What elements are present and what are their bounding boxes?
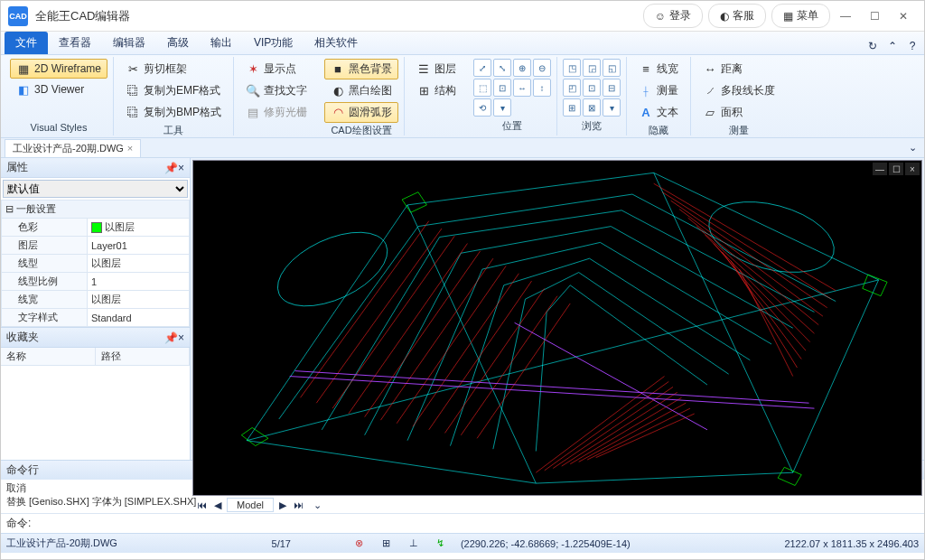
btn-copy-bmp[interactable]: ⿻复制为BMP格式 xyxy=(119,102,228,123)
btn-text[interactable]: A文本 xyxy=(632,102,685,123)
btn-layers[interactable]: ☰图层 xyxy=(410,59,462,79)
btn-bw-draw[interactable]: ◐黑白绘图 xyxy=(324,80,398,101)
login-button[interactable]: ☺登录 xyxy=(643,4,703,28)
tab-viewer[interactable]: 查看器 xyxy=(48,32,102,54)
btn-copy-emf[interactable]: ⿻复制为EMF格式 xyxy=(119,80,228,101)
pos-btn[interactable]: ⊕ xyxy=(513,59,531,77)
pos-btn[interactable]: ⤡ xyxy=(493,59,511,77)
pos-btn[interactable]: ⤢ xyxy=(473,59,491,77)
properties-selector[interactable]: 默认值 xyxy=(3,180,188,198)
vp-max-icon[interactable]: ☐ xyxy=(889,163,903,175)
fav-col-name[interactable]: 名称 xyxy=(1,348,96,365)
vp-close-icon[interactable]: × xyxy=(905,163,920,175)
btn-3d-viewer[interactable]: ◧3D Viewer xyxy=(10,79,107,99)
model-prev-icon[interactable]: ◀ xyxy=(210,499,225,511)
prop-val[interactable]: 以图层 xyxy=(88,291,190,309)
pos-btn[interactable]: ↔ xyxy=(513,79,531,97)
browse-btn[interactable]: ⊟ xyxy=(603,79,621,97)
viewport[interactable]: — ☐ × xyxy=(192,160,922,496)
pos-btn[interactable]: ⊖ xyxy=(533,59,551,77)
browse-btn[interactable]: ▾ xyxy=(603,98,621,117)
btn-distance[interactable]: ↔距离 xyxy=(696,59,781,79)
panel-close-icon[interactable]: × xyxy=(178,331,184,344)
tab-file[interactable]: 文件 xyxy=(5,32,48,54)
model-dropdown-icon[interactable]: ⌄ xyxy=(310,499,326,511)
browse-btn[interactable]: ⊡ xyxy=(583,79,601,97)
trim-icon: ▤ xyxy=(246,106,260,120)
model-first-icon[interactable]: ⏮ xyxy=(194,499,209,510)
prop-key: 线型比例 xyxy=(2,273,88,291)
pin-icon[interactable]: 📌 xyxy=(164,331,178,344)
pos-btn[interactable]: ⟲ xyxy=(473,98,491,117)
browse-btn[interactable]: ◱ xyxy=(603,59,621,77)
tab-output[interactable]: 输出 xyxy=(200,32,243,54)
document-tab[interactable]: 工业设计产品-20期.DWG × xyxy=(5,139,141,157)
status-icon[interactable]: ↯ xyxy=(434,537,448,551)
tree-icon: ⊞ xyxy=(416,84,431,98)
btn-find-text[interactable]: 🔍查找文字 xyxy=(239,80,313,101)
ruler-icon: ⟊ xyxy=(639,84,653,98)
prop-val[interactable]: 以图层 xyxy=(88,219,190,237)
support-button[interactable]: ◐客服 xyxy=(708,4,766,28)
minimize-button[interactable]: — xyxy=(832,4,859,29)
btn-structure[interactable]: ⊞结构 xyxy=(410,80,462,101)
pos-btn[interactable]: ▾ xyxy=(493,98,511,117)
tab-editor[interactable]: 编辑器 xyxy=(102,32,156,54)
btn-smooth-arc[interactable]: ◠圆滑弧形 xyxy=(324,102,398,123)
copy-icon: ⿻ xyxy=(126,84,140,98)
titlebar: CAD 全能王CAD编辑器 ☺登录 ◐客服 ▦菜单 — ☐ ✕ xyxy=(1,1,924,32)
browse-btn[interactable]: ◰ xyxy=(563,79,581,97)
pin-icon[interactable]: 📌 xyxy=(164,162,178,174)
model-last-icon[interactable]: ⏭ xyxy=(292,499,306,510)
commandline-input[interactable] xyxy=(31,518,919,530)
btn-polyline-length[interactable]: ⟋多段线长度 xyxy=(696,80,781,101)
menu-button[interactable]: ▦菜单 xyxy=(771,4,830,28)
btn-linewidth[interactable]: ≡线宽 xyxy=(632,59,685,79)
model-tab[interactable]: Model xyxy=(227,498,274,512)
status-icon[interactable]: ⊗ xyxy=(352,537,367,551)
browse-btn[interactable]: ⊠ xyxy=(583,98,601,117)
favorites-panel: 收藏夹 📌 × 名称 路径 xyxy=(1,327,190,460)
tab-vip[interactable]: VIP功能 xyxy=(243,32,304,54)
vp-min-icon[interactable]: — xyxy=(873,163,887,175)
prop-val[interactable]: 以图层 xyxy=(88,255,190,273)
status-icon[interactable]: ⊞ xyxy=(379,537,394,551)
maximize-button[interactable]: ☐ xyxy=(861,4,888,29)
pos-btn[interactable]: ↕ xyxy=(533,79,551,97)
close-button[interactable]: ✕ xyxy=(890,4,917,29)
pos-btn[interactable]: ⊡ xyxy=(493,79,511,97)
pos-btn[interactable]: ⬚ xyxy=(473,79,491,97)
status-icon[interactable]: ⊥ xyxy=(406,537,421,551)
btn-area[interactable]: ▱面积 xyxy=(696,102,781,123)
group-measure: ↔距离 ⟋多段线长度 ▱面积 测量 xyxy=(691,57,787,135)
close-tab-icon[interactable]: × xyxy=(127,143,133,154)
prop-group[interactable]: ⊟ 一般设置 xyxy=(2,201,190,219)
status-dims: 2122.07 x 1811.35 x 2496.403 xyxy=(784,538,919,549)
tab-advanced[interactable]: 高级 xyxy=(156,32,200,54)
btn-measure[interactable]: ⟊测量 xyxy=(632,80,685,101)
btn-black-bg[interactable]: ■黑色背景 xyxy=(324,59,398,79)
prop-val[interactable]: 1 xyxy=(88,273,190,291)
prop-val[interactable]: Standard xyxy=(88,309,190,327)
wireframe-icon: ▦ xyxy=(16,61,31,76)
browse-btn[interactable]: ◲ xyxy=(583,59,601,77)
fav-col-path[interactable]: 路径 xyxy=(96,348,191,365)
ribbon-refresh-icon[interactable]: ↻ xyxy=(864,38,881,54)
browse-btn[interactable]: ⊞ xyxy=(563,98,581,117)
viewport-controls: — ☐ × xyxy=(873,163,920,175)
model-next-icon[interactable]: ▶ xyxy=(276,499,290,511)
prop-val[interactable]: Layer01 xyxy=(88,237,190,255)
ribbon-collapse-icon[interactable]: ⌃ xyxy=(884,38,901,54)
tab-related[interactable]: 相关软件 xyxy=(304,32,369,54)
browse-btn[interactable]: ◳ xyxy=(563,59,581,77)
btn-clip-frame[interactable]: ✂剪切框架 xyxy=(119,59,228,79)
tab-dropdown-icon[interactable]: ⌄ xyxy=(904,142,920,154)
btn-trim-raster[interactable]: ▤修剪光栅 xyxy=(239,102,313,123)
btn-show-points[interactable]: ✶显示点 xyxy=(239,59,313,79)
blackbg-icon: ■ xyxy=(331,62,345,77)
cad-drawing xyxy=(193,161,921,495)
ribbon-help-icon[interactable]: ? xyxy=(904,38,920,54)
panel-close-icon[interactable]: × xyxy=(178,162,184,174)
bw-icon: ◐ xyxy=(331,84,345,98)
btn-2d-wireframe[interactable]: ▦2D Wireframe xyxy=(10,59,107,79)
